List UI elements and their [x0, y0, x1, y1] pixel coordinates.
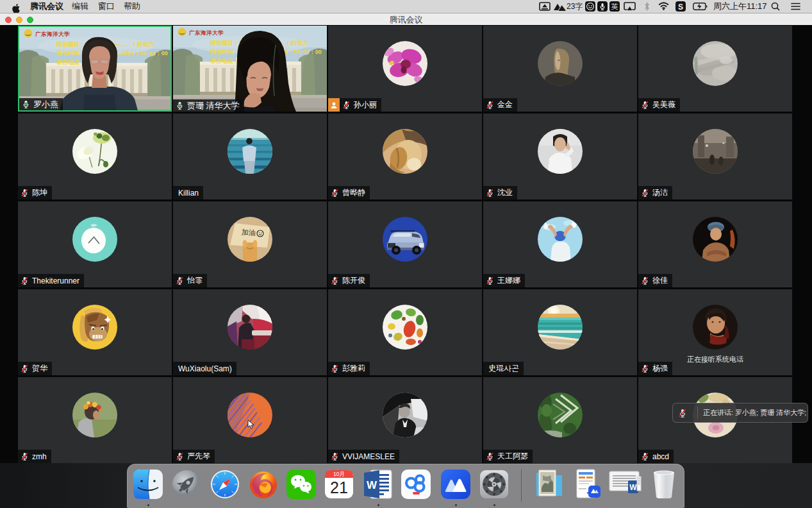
svg-text:S: S: [678, 3, 683, 12]
svg-text:广东海洋大学: 广东海洋大学: [188, 30, 224, 36]
svg-text:加油: 加油: [242, 228, 256, 237]
svg-text:广东海洋大学: 广东海洋大学: [35, 31, 70, 37]
svg-text:W: W: [629, 483, 637, 492]
svg-text:21: 21: [330, 478, 348, 496]
svg-text:英: 英: [611, 3, 618, 10]
svg-text:W: W: [367, 479, 377, 491]
svg-text:10月: 10月: [333, 471, 345, 477]
